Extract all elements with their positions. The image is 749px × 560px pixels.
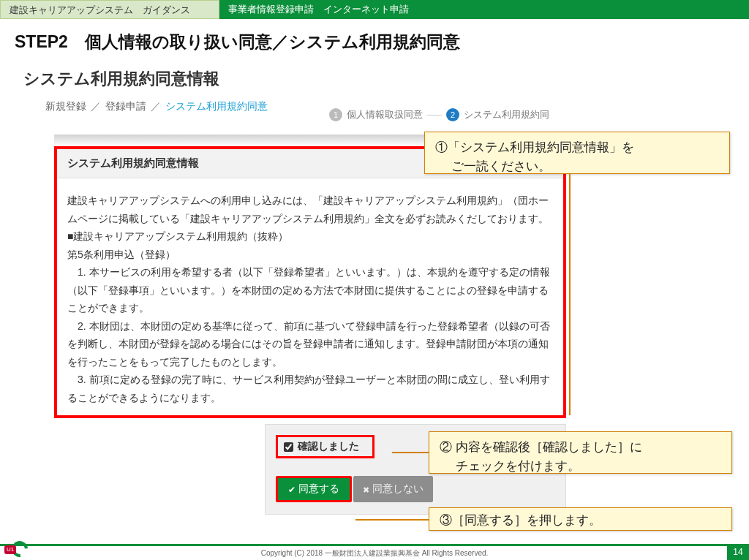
breadcrumb-sep: ／ xyxy=(91,100,101,113)
breadcrumb-item[interactable]: 新規登録 xyxy=(45,100,86,113)
terms-text: 1. 本サービスの利用を希望する者（以下「登録希望者」といいます。）は、本規約を… xyxy=(67,263,553,317)
terms-text: 建設キャリアアップシステムへの利用申し込みには、「建設キャリアアップシステム利用… xyxy=(67,192,553,227)
callout-connector xyxy=(392,452,429,453)
wizard-step-label: システム利用規約同 xyxy=(464,108,549,121)
agree-button-label: 同意する xyxy=(298,483,339,496)
callout-3: ③［同意する］を押します。 xyxy=(429,507,732,531)
callout-connector xyxy=(355,519,429,521)
logo: U1 xyxy=(4,541,26,559)
terms-text: 3. 前項に定める登録の完了時に、サービス利用契約が登録ユーザーと本財団の間に成… xyxy=(67,371,553,406)
step-title: STEP2 個人情報の取り扱い同意／システム利用規約同意 xyxy=(0,19,749,59)
wizard-steps: 1 個人情報取扱同意 2 システム利用規約同 xyxy=(329,108,549,121)
breadcrumb-item[interactable]: 登録申請 xyxy=(105,100,146,113)
header-right: 事業者情報登録申請 インターネット申請 xyxy=(219,0,749,19)
button-row: 同意する 同意しない xyxy=(276,476,555,502)
logo-u-badge: U1 xyxy=(4,545,16,554)
terms-panel: システム利用規約同意情報 建設キャリアアップシステムへの利用申し込みには、「建設… xyxy=(54,135,566,418)
terms-text: ■建設キャリアアップシステム利用規約（抜粋） xyxy=(67,227,553,246)
footer: Copyright (C) 2018 一般財団法人建設業振興基金 All Rig… xyxy=(0,544,749,560)
confirm-checkbox-row[interactable]: 確認しました xyxy=(276,435,374,458)
wizard-dash xyxy=(427,115,442,116)
wizard-step-num-active: 2 xyxy=(446,108,459,121)
disagree-button-label: 同意しない xyxy=(372,483,424,496)
callout-1: ①「システム利用規約同意情報」を ご一読ください。 xyxy=(424,132,730,174)
confirm-checkbox[interactable] xyxy=(284,442,293,452)
wizard-step-num: 1 xyxy=(329,108,342,121)
callout-connector xyxy=(569,174,571,415)
header-left: 建設キャリアアップシステム ガイダンス xyxy=(0,0,219,19)
terms-highlight-box: システム利用規約同意情報 建設キャリアアップシステムへの利用申し込みには、「建設… xyxy=(54,146,566,418)
copyright-text: Copyright (C) 2018 一般財団法人建設業振興基金 All Rig… xyxy=(261,548,489,559)
agree-button[interactable]: 同意する xyxy=(276,476,352,502)
section-title: システム利用規約同意情報 xyxy=(0,59,749,97)
terms-text: 第5条利用申込（登録） xyxy=(67,246,553,264)
check-icon xyxy=(288,483,296,495)
confirm-checkbox-label: 確認しました xyxy=(298,440,359,453)
callout-2: ② 内容を確認後［確認しました］に チェックを付けます。 xyxy=(429,431,732,474)
breadcrumb-item-active: システム利用規約同意 xyxy=(165,100,268,113)
slide-header: 建設キャリアアップシステム ガイダンス 事業者情報登録申請 インターネット申請 xyxy=(0,0,749,19)
x-icon xyxy=(363,483,369,495)
terms-text: 2. 本財団は、本財団の定める基準に従って、前項に基づいて登録申請を行った登録希… xyxy=(67,317,553,371)
page-number: 14 xyxy=(727,544,749,560)
wizard-step-label: 個人情報取扱同意 xyxy=(347,108,423,121)
panel-body: 建設キャリアアップシステムへの利用申し込みには、「建設キャリアアップシステム利用… xyxy=(57,178,563,415)
breadcrumb-sep: ／ xyxy=(151,100,161,113)
disagree-button[interactable]: 同意しない xyxy=(353,476,433,502)
